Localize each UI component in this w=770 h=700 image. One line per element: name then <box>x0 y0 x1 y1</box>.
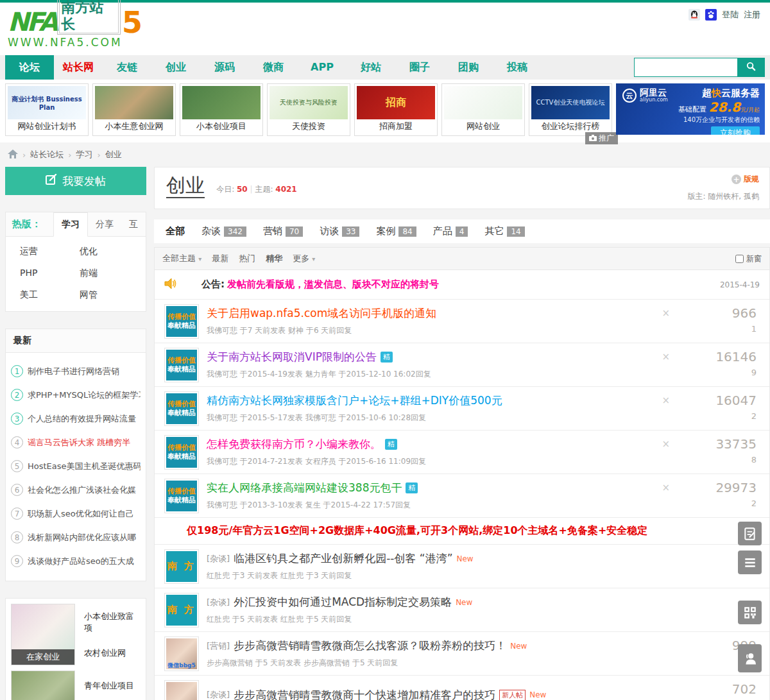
filter-digest[interactable]: 精华 <box>266 253 282 264</box>
thread-title-link[interactable]: 关于启用wap.nfa5.com域名访问手机版的通知 <box>207 306 436 321</box>
list-item[interactable]: 1制作电子书进行网络营销 <box>11 359 141 383</box>
new-post-button[interactable]: 我要发帖 <box>5 167 146 195</box>
hot-tab-interact[interactable]: 互 <box>121 213 146 236</box>
avatar[interactable]: 微信bbg5 <box>164 636 199 671</box>
list-item[interactable]: 8浅析新网站内部优化应该从哪 <box>11 525 141 549</box>
nav-item-tuangou[interactable]: 团购 <box>444 55 493 80</box>
hot-link-yunying[interactable]: 运营 <box>20 246 80 257</box>
thread-title-link[interactable]: 怎样免费获得南方币？小编来教你。 <box>207 437 381 452</box>
thread-category[interactable]: [营销] <box>207 640 230 652</box>
banner-ad[interactable]: 招商招商加盟 <box>354 83 438 136</box>
breadcrumb-link-forum[interactable]: 站长论坛 <box>30 149 64 160</box>
avatar[interactable]: 南 方 <box>164 593 199 627</box>
float-qrcode-icon[interactable] <box>738 601 762 624</box>
tab-chanpin[interactable]: 产品4 <box>433 225 468 237</box>
filter-latest[interactable]: 最新 <box>212 253 228 264</box>
thread-title-link[interactable]: 步步高微营销晴雪教微商怎么找客源？吸粉养粉的技巧！ <box>234 638 506 653</box>
thread-category[interactable]: [杂谈] <box>207 689 230 700</box>
thread-category[interactable]: [杂谈] <box>207 597 230 608</box>
avatar[interactable]: 传播价值奉献精品 <box>164 348 199 382</box>
close-icon[interactable]: × <box>662 396 670 405</box>
thread-category[interactable]: [杂谈] <box>207 553 230 565</box>
list-item[interactable]: 2求PHP+MYSQL论坛的框架学习 <box>11 383 141 407</box>
hot-tab-share[interactable]: 分享 <box>88 213 121 236</box>
site-logo[interactable]: NFA 南方站长 5 WWW.NFA5.COM <box>8 8 142 49</box>
thread-title-link[interactable]: 临港区钓具之都产业创新孵化园--创客 “港湾” <box>234 551 452 566</box>
nav-item-tougao[interactable]: 投稿 <box>493 55 542 80</box>
board-rules-link[interactable]: +版规 <box>732 174 759 185</box>
thread-title-link[interactable]: 步步高微营销晴雪教微商十个快速增加精准客户的技巧 <box>234 688 495 700</box>
list-item[interactable]: 4谣言马云告诉大家 跳槽穷半 <box>11 431 141 454</box>
banner-ad[interactable]: 商业计划书 Bussiness Plan网站创业计划书 <box>5 83 89 136</box>
float-contact-icon[interactable] <box>738 644 762 672</box>
hot-link-php[interactable]: PHP <box>20 268 80 279</box>
banner-ad[interactable]: 小本创业项目 <box>180 83 263 136</box>
nav-item-zhanzhang[interactable]: 站长网 <box>54 55 103 80</box>
table-row[interactable]: 传播价值奉献精品 实在人网络承接高端网站建设388元包干精 我佛可悲 于2013… <box>155 474 769 518</box>
close-icon[interactable]: × <box>662 483 670 493</box>
page-title[interactable]: 创业 <box>166 174 205 198</box>
login-link[interactable]: 登陆 <box>722 9 739 21</box>
sidebar-ad-link[interactable]: 青年创业项目 <box>84 680 134 692</box>
banner-ad[interactable]: 天使投资与风险投资天使投资 <box>267 83 350 136</box>
nav-item-haozhan[interactable]: 好站 <box>346 55 395 80</box>
float-post-icon[interactable] <box>738 522 762 545</box>
table-row[interactable]: 微信bbg5 [杂谈]步步高微营销晴雪教微商十个快速增加精准客户的技巧新人帖Ne… <box>155 676 769 700</box>
table-row[interactable]: 微信bbg5 [营销]步步高微营销晴雪教微商怎么找客源？吸粉养粉的技巧！New … <box>155 632 769 676</box>
breadcrumb-link-study[interactable]: 学习 <box>76 149 92 160</box>
thread-title-link[interactable]: 关于南方站长网取消VIP限制的公告 <box>207 350 377 364</box>
list-item[interactable]: 7职场新人seo优化如何让自己 <box>11 502 141 525</box>
hot-link-wangguan[interactable]: 网管 <box>80 289 139 301</box>
nav-item-youlian[interactable]: 友链 <box>103 55 151 80</box>
banner-ad[interactable]: 网站创业 <box>441 83 525 136</box>
filter-hot[interactable]: 热门 <box>239 253 255 264</box>
breadcrumb-current[interactable]: 创业 <box>105 149 122 160</box>
qq-login-icon[interactable] <box>689 9 700 21</box>
hot-link-youhua[interactable]: 优化 <box>80 246 139 257</box>
announcement-row[interactable]: 公告: 发帖前先看版规，滥发信息、版块不对应的将封号 2015-4-19 <box>155 270 769 300</box>
hot-link-meigong[interactable]: 美工 <box>20 289 80 301</box>
sidebar-ad-link[interactable]: 农村创业网 <box>84 647 141 659</box>
thread-title-link[interactable]: 实在人网络承接高端网站建设388元包干 <box>207 481 402 495</box>
avatar[interactable]: 传播价值奉献精品 <box>164 304 199 339</box>
aliyun-cta-button[interactable]: 立刻抢购 <box>711 126 760 135</box>
hot-tab-study[interactable]: 学习 <box>53 212 88 237</box>
filter-all-topics-dropdown[interactable]: 全部主题 ▾ <box>162 253 201 264</box>
aliyun-banner-ad[interactable]: 云 阿里云 aliyun.com 超快云服务器 基础配置 28.8元/月起 14… <box>616 83 765 135</box>
nav-item-yuanma[interactable]: 源码 <box>200 55 249 80</box>
nav-item-chuangye[interactable]: 创业 <box>151 55 200 80</box>
close-icon[interactable]: × <box>662 309 670 318</box>
table-row[interactable]: 传播价值奉献精品 怎样免费获得南方币？小编来教你。精 我佛可悲 于2014-7-… <box>155 431 769 474</box>
tab-fangtan[interactable]: 访谈33 <box>320 225 359 237</box>
banner-ad[interactable]: 小本生意创业网 <box>92 83 176 136</box>
avatar[interactable]: 传播价值奉献精品 <box>164 435 199 470</box>
inline-text-ad[interactable]: 仅198元/年官方云1G空间+2G数据库+40G流量,可开3个网站,绑定10个主… <box>155 518 769 545</box>
list-item[interactable]: 9浅谈做好产品站seo的五大成 <box>11 549 141 573</box>
nav-item-quanzi[interactable]: 圈子 <box>395 55 444 80</box>
tab-yingxiao[interactable]: 营销70 <box>263 225 303 237</box>
nav-item-app[interactable]: APP <box>298 55 346 80</box>
table-row[interactable]: 传播价值奉献精品 精仿南方站长网独家模版含门户+论坛+群组+DIY价值500元 … <box>155 387 769 431</box>
thread-title-link[interactable]: 外汇投资中如何通过MACD指标制定交易策略 <box>234 595 452 610</box>
new-window-checkbox[interactable] <box>735 255 744 263</box>
baidu-login-icon[interactable] <box>705 9 717 21</box>
list-item[interactable]: 6社会化怎么推广浅谈社会化媒 <box>11 478 141 502</box>
avatar[interactable]: 微信bbg5 <box>164 680 199 700</box>
nav-item-forum[interactable]: 论坛 <box>5 55 54 80</box>
nav-item-weishang[interactable]: 微商 <box>249 55 298 80</box>
close-icon[interactable]: × <box>662 352 670 362</box>
list-item[interactable]: 3个人总结的有效提升网站流量 <box>11 407 141 431</box>
register-link[interactable]: 注册 <box>744 9 760 21</box>
thread-title-link[interactable]: 精仿南方站长网独家模版含门户+论坛+群组+DIY价值500元 <box>207 393 502 408</box>
table-row[interactable]: 南 方 [杂谈]临港区钓具之都产业创新孵化园--创客 “港湾”New 红肚兜 于… <box>155 545 769 588</box>
list-item[interactable]: 5HostEase美国主机圣诞优惠码 <box>11 454 141 478</box>
table-row[interactable]: 传播价值奉献精品 关于南方站长网取消VIP限制的公告精 我佛可悲 于2015-4… <box>155 343 769 387</box>
sidebar-ad-link[interactable]: 小本创业致富项 <box>84 611 141 634</box>
banner-ad[interactable]: CCTV创业天使电视论坛创业论坛排行榜 <box>529 83 612 136</box>
sidebar-ad-image[interactable]: 养殖创业网 <box>11 670 75 700</box>
home-icon[interactable] <box>8 149 18 160</box>
filter-more-dropdown[interactable]: 更多 ▾ <box>293 253 315 264</box>
avatar[interactable]: 南 方 <box>164 549 199 584</box>
avatar[interactable]: 传播价值奉献精品 <box>164 479 199 513</box>
close-icon[interactable]: × <box>662 440 670 449</box>
